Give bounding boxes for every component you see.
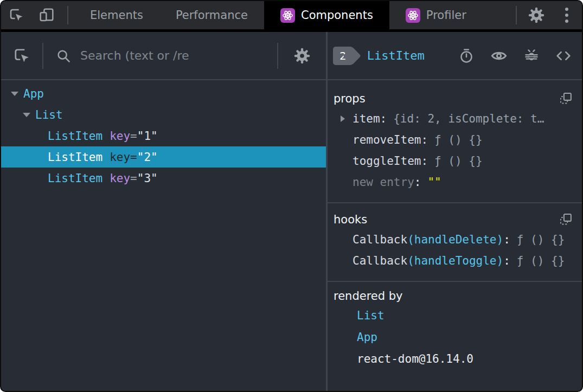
- prop-name: removeItem:: [353, 133, 428, 146]
- hook-value: ƒ () {}: [517, 233, 565, 246]
- kebab-menu-button[interactable]: [552, 1, 582, 29]
- devtools-tabbar: Elements Performance Components: [1, 1, 582, 32]
- expander-arrow-icon[interactable]: [23, 104, 30, 125]
- inspect-element-button[interactable]: [1, 1, 31, 29]
- key-attr: key: [110, 130, 130, 143]
- tree-settings-button[interactable]: [278, 47, 326, 65]
- rendered-by-list[interactable]: List: [328, 305, 582, 326]
- tab-label: Elements: [90, 9, 143, 22]
- prop-value: {id: 2, isComplete: t…: [393, 112, 544, 125]
- hook-type: Callback: [353, 254, 407, 267]
- device-toolbar-icon: [38, 7, 55, 24]
- rendered-by-app[interactable]: App: [328, 326, 582, 348]
- inspect-component-icon: [12, 46, 31, 66]
- tree-row-listitem-3[interactable]: ListItem key = "3": [1, 168, 326, 189]
- react-icon: [406, 8, 420, 23]
- hook-row-handledelete: Callback (handleDelete) : ƒ () {}: [328, 229, 582, 250]
- component-tree: App List ListItem key = "1" ListItem key…: [1, 80, 326, 391]
- tree-row-list[interactable]: List: [1, 104, 326, 125]
- inspector-toolbar: 2 ListItem: [328, 32, 582, 80]
- key-attr: key: [110, 172, 130, 185]
- selected-component-breadcrumb: 2 ListItem: [328, 47, 582, 65]
- view-source-icon[interactable]: [555, 48, 572, 64]
- inspector-actions: [458, 47, 582, 65]
- device-toolbar-button[interactable]: [31, 1, 62, 29]
- hooks-section: hooks Callback (handleDelete) : ƒ () {}: [328, 203, 582, 282]
- props-section: props item: {id: 2, isComplete: t… remov…: [328, 80, 582, 203]
- copy-icon[interactable]: [559, 212, 573, 227]
- expand-prop-arrow-icon[interactable]: [341, 115, 345, 122]
- prop-name: toggleItem:: [353, 155, 428, 168]
- component-name: ListItem: [48, 130, 102, 143]
- props-title: props: [334, 92, 366, 105]
- component-name: List: [35, 108, 63, 121]
- key-value: "2": [137, 151, 158, 164]
- devtools-settings-button[interactable]: [521, 1, 552, 29]
- tab-label: Performance: [176, 9, 248, 22]
- prop-name: item:: [353, 112, 387, 125]
- copy-icon[interactable]: [559, 91, 573, 106]
- inspect-component-button[interactable]: [1, 46, 42, 66]
- new-entry-colon: :: [414, 176, 421, 189]
- tab-profiler[interactable]: Profiler: [389, 1, 483, 29]
- renderer-version: react-dom@16.14.0: [357, 352, 473, 365]
- prop-value: ƒ () {}: [434, 133, 483, 146]
- key-value: "1": [137, 130, 158, 143]
- hook-type: Callback: [353, 233, 407, 246]
- tree-row-app[interactable]: App: [1, 83, 326, 104]
- hook-row-handletoggle: Callback (handleToggle) : ƒ () {}: [328, 250, 582, 271]
- tab-label: Profiler: [426, 9, 466, 22]
- rendered-by-title: rendered by: [334, 290, 403, 303]
- tab-elements[interactable]: Elements: [74, 1, 159, 29]
- settings-gear-icon: [293, 47, 311, 65]
- hook-value: ƒ () {}: [517, 254, 565, 267]
- prop-row-item[interactable]: item: {id: 2, isComplete: t…: [328, 108, 582, 129]
- key-equals: =: [130, 151, 137, 164]
- key-value: "3": [137, 172, 158, 185]
- inspect-element-icon: [8, 7, 25, 24]
- rendered-by-react-dom: react-dom@16.14.0: [328, 348, 582, 370]
- key-equals: =: [130, 172, 137, 185]
- suspense-stopwatch-icon[interactable]: [458, 48, 475, 64]
- key-badge: 2: [333, 47, 353, 65]
- tabbar-divider: [516, 6, 517, 24]
- owner-link[interactable]: List: [357, 309, 385, 322]
- tree-toolbar: [1, 32, 326, 80]
- component-name: ListItem: [48, 151, 102, 164]
- tabbar-divider: [67, 6, 68, 24]
- key-attr: key: [110, 151, 130, 164]
- components-tree-panel: App List ListItem key = "1" ListItem key…: [1, 32, 328, 391]
- key-equals: =: [130, 130, 137, 143]
- expander-arrow-icon[interactable]: [11, 83, 18, 104]
- component-name: App: [23, 87, 44, 100]
- prop-row-toggleitem: toggleItem: ƒ () {}: [328, 150, 582, 171]
- hooks-title: hooks: [334, 213, 367, 226]
- hook-colon: :: [503, 233, 510, 246]
- selected-component-title: ListItem: [367, 49, 425, 62]
- search-area: [43, 48, 277, 64]
- search-icon: [55, 48, 72, 64]
- props-header: props: [328, 80, 582, 108]
- log-to-console-bug-icon[interactable]: [523, 48, 540, 64]
- devtools-window: Elements Performance Components: [0, 0, 583, 392]
- prop-row-new-entry[interactable]: new entry : "": [328, 171, 582, 192]
- tab-performance[interactable]: Performance: [159, 1, 264, 29]
- component-inspector-panel: 2 ListItem: [328, 32, 582, 391]
- settings-gear-icon: [527, 6, 546, 24]
- rendered-by-section: rendered by List App react-dom@16.14.0: [328, 282, 582, 380]
- hooks-header: hooks: [328, 203, 582, 229]
- rendered-by-header: rendered by: [328, 282, 582, 305]
- tree-row-listitem-2-selected[interactable]: ListItem key = "2": [1, 146, 326, 168]
- main-split: App List ListItem key = "1" ListItem key…: [1, 32, 582, 391]
- hook-colon: :: [503, 254, 510, 267]
- owner-link[interactable]: App: [357, 331, 377, 344]
- component-name: ListItem: [48, 172, 102, 185]
- prop-value: ƒ () {}: [434, 155, 483, 168]
- tab-components[interactable]: Components: [264, 1, 389, 29]
- react-icon: [280, 8, 295, 23]
- hook-name: (handleDelete): [407, 233, 503, 246]
- search-input[interactable]: [79, 48, 253, 63]
- inspect-dom-eye-icon[interactable]: [490, 47, 508, 65]
- new-entry-value[interactable]: "": [427, 176, 441, 189]
- tree-row-listitem-1[interactable]: ListItem key = "1": [1, 125, 326, 146]
